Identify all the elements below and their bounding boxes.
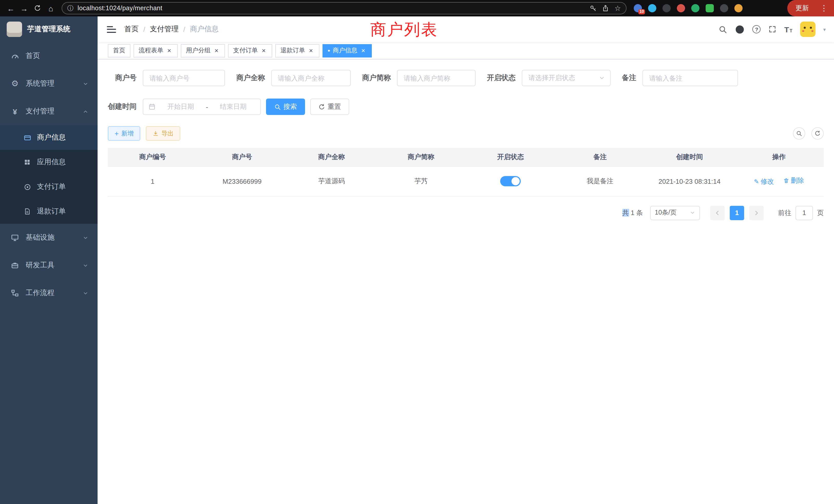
share-icon[interactable] — [602, 5, 609, 12]
caret-down-icon[interactable]: ▾ — [823, 26, 826, 32]
goto-label: 前往 — [778, 208, 791, 217]
cell-merchant-no: M233666999 — [197, 166, 287, 196]
sidebar-item-pay-order[interactable]: 支付订单 — [0, 175, 97, 199]
dashboard-icon — [10, 51, 20, 60]
breadcrumb-payment[interactable]: 支付管理 — [150, 25, 179, 34]
status-toggle[interactable] — [500, 176, 521, 186]
sidebar-item-label: 退款订单 — [37, 207, 66, 216]
hamburger-icon[interactable] — [107, 26, 116, 32]
goto-page-input[interactable] — [795, 206, 813, 220]
pagination: 共 1 条 10条/页 1 前往 页 — [108, 206, 824, 220]
toggle-search-button[interactable] — [793, 127, 805, 140]
home-icon[interactable]: ⌂ — [44, 2, 58, 15]
page-unit-label: 页 — [817, 208, 824, 217]
cell-remark: 我是备注 — [555, 166, 645, 196]
payment-submenu: 商户信息 应用信息 支付订单 退款订单 — [0, 125, 97, 224]
cell-create-time: 2021-10-23 08:31:14 — [645, 166, 734, 196]
extension-icon[interactable] — [677, 4, 685, 12]
tags-view-bar: 首页 流程表单 × 用户分组 × 支付订单 × 退款订单 × — [97, 42, 834, 60]
col-header: 商户号 — [197, 148, 287, 166]
prev-page-button[interactable] — [710, 206, 725, 220]
full-name-input[interactable] — [271, 70, 351, 86]
tab-refund-order[interactable]: 退款订单 × — [275, 44, 320, 57]
close-icon[interactable]: × — [166, 47, 173, 54]
col-header: 商户全称 — [287, 148, 376, 166]
password-key-icon[interactable] — [590, 5, 597, 12]
site-info-icon[interactable]: ⓘ — [67, 4, 73, 13]
sidebar-menu: 首页 ⚙ 系统管理 ¥ 支付管理 商户信息 — [0, 42, 97, 307]
cell-short-name: 芋艿 — [376, 166, 466, 196]
sidebar-item-refund-order[interactable]: 退款订单 — [0, 199, 97, 224]
refresh-table-button[interactable] — [811, 127, 824, 140]
sidebar-item-infra[interactable]: 基础设施 — [0, 224, 97, 251]
breadcrumb-separator: / — [143, 25, 145, 33]
merchant-no-input[interactable] — [143, 70, 225, 86]
sidebar-item-devtools[interactable]: 研发工具 — [0, 251, 97, 279]
fullscreen-icon[interactable] — [769, 25, 777, 33]
user-avatar[interactable] — [800, 22, 815, 37]
bookmark-star-icon[interactable]: ☆ — [614, 4, 621, 12]
forward-icon[interactable]: → — [18, 2, 31, 15]
close-icon[interactable]: × — [260, 47, 267, 54]
sidebar-item-label: 系统管理 — [26, 79, 54, 88]
sidebar-item-payment[interactable]: ¥ 支付管理 — [0, 97, 97, 125]
remark-input[interactable] — [642, 70, 738, 86]
export-button[interactable]: 导出 — [146, 126, 180, 141]
tab-home[interactable]: 首页 — [108, 44, 130, 57]
next-page-button[interactable] — [749, 206, 764, 220]
sidebar-item-system[interactable]: ⚙ 系统管理 — [0, 70, 97, 97]
extension-icon[interactable] — [648, 4, 656, 12]
delete-link[interactable]: 删除 — [783, 176, 804, 185]
edit-link[interactable]: ✎ 修改 — [754, 177, 774, 186]
breadcrumb-home[interactable]: 首页 — [124, 25, 139, 34]
cell-full-name: 芋道源码 — [287, 166, 376, 196]
font-size-icon[interactable]: T T — [785, 25, 792, 33]
tab-process-form[interactable]: 流程表单 × — [133, 44, 178, 57]
help-icon[interactable]: ? — [753, 25, 761, 33]
sidebar-item-label: 工作流程 — [26, 289, 54, 298]
page-size-select[interactable]: 10条/页 — [650, 206, 700, 220]
github-icon[interactable] — [735, 24, 745, 34]
extension-icon[interactable] — [691, 4, 699, 12]
reset-button[interactable]: 重置 — [310, 98, 349, 115]
target-icon — [23, 183, 32, 191]
extension-icon[interactable] — [662, 4, 671, 12]
sidebar-item-app-info[interactable]: 应用信息 — [0, 150, 97, 175]
reload-icon[interactable] — [31, 2, 44, 15]
close-icon[interactable]: × — [308, 47, 314, 54]
create-time-range-picker[interactable]: 开始日期 - 结束日期 — [143, 98, 261, 115]
browser-update-button[interactable]: 更新 ⋮ — [787, 0, 834, 17]
extension-icon[interactable]: 10 — [634, 4, 642, 12]
add-button[interactable]: + 新增 — [108, 126, 140, 141]
close-icon[interactable]: × — [213, 47, 220, 54]
current-page[interactable]: 1 — [730, 206, 744, 220]
url-bar[interactable]: ⓘ localhost:1024/pay/merchant ☆ — [62, 2, 627, 14]
short-name-label: 商户简称 — [362, 73, 397, 83]
date-separator: - — [206, 103, 208, 111]
search-button[interactable]: 搜索 — [266, 98, 305, 115]
extension-icon[interactable] — [734, 4, 743, 12]
short-name-input[interactable] — [397, 70, 476, 86]
browser-menu-icon[interactable]: ⋮ — [820, 4, 828, 13]
gear-icon: ⚙ — [10, 79, 20, 88]
back-icon[interactable]: ← — [4, 2, 18, 15]
col-header: 备注 — [555, 148, 645, 166]
monitor-icon — [10, 233, 20, 242]
extension-icon[interactable] — [720, 4, 728, 12]
pagination-total: 共 1 条 — [622, 208, 643, 217]
status-select[interactable]: 请选择开启状态 — [522, 70, 611, 86]
app-logo: 芋道管理系统 — [0, 17, 97, 42]
extension-icon[interactable] — [706, 4, 714, 12]
tab-pay-order[interactable]: 支付订单 × — [228, 44, 272, 57]
sidebar-item-merchant-info[interactable]: 商户信息 — [0, 125, 97, 150]
sidebar-item-label: 支付订单 — [37, 182, 66, 191]
search-icon[interactable] — [719, 25, 727, 33]
url-text: localhost:1024/pay/merchant — [78, 5, 586, 12]
tab-user-group[interactable]: 用户分组 × — [181, 44, 225, 57]
workflow-icon — [10, 289, 20, 297]
breadcrumb-separator: / — [183, 25, 185, 33]
sidebar-item-workflow[interactable]: 工作流程 — [0, 279, 97, 307]
close-icon[interactable]: × — [360, 47, 367, 54]
sidebar-item-home[interactable]: 首页 — [0, 42, 97, 70]
tab-merchant-info[interactable]: ● 商户信息 × — [323, 44, 372, 57]
